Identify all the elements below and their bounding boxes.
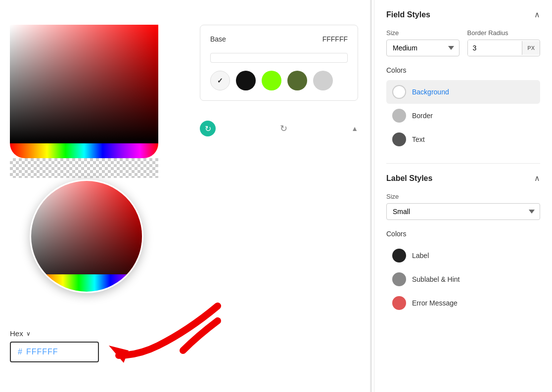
hex-input-box[interactable]: # FFFFFF bbox=[10, 342, 99, 362]
border-radius-label: Border Radius bbox=[467, 29, 541, 37]
field-size-select[interactable]: Medium Small Large bbox=[386, 40, 460, 56]
sublabel-color-swatch bbox=[392, 272, 406, 286]
label-color-swatch bbox=[392, 249, 406, 262]
section-divider bbox=[386, 163, 540, 164]
color-row-label[interactable]: Label bbox=[386, 244, 540, 267]
swatch-preview-bar bbox=[210, 53, 348, 63]
text-color-swatch bbox=[392, 132, 406, 146]
field-size-group: Size Medium Small Large bbox=[386, 29, 460, 56]
swatch-card-header: Base FFFFFF bbox=[210, 35, 348, 43]
label-size-row: Size Small Medium Large bbox=[386, 193, 540, 220]
field-styles-title: Field Styles bbox=[386, 10, 430, 19]
swatch-panel: Base FFFFFF ✓ ↻ ▲ bbox=[190, 0, 368, 392]
border-color-swatch bbox=[392, 109, 406, 123]
label-colors-section: Colors Label Sublabel & Hint Error Messa… bbox=[386, 230, 540, 315]
styles-panel: Field Styles ∧ Size Medium Small Large B… bbox=[374, 0, 552, 392]
field-size-label: Size bbox=[386, 29, 460, 37]
error-color-label: Error Message bbox=[412, 299, 458, 307]
background-color-label: Background bbox=[412, 88, 449, 96]
field-colors-label: Colors bbox=[386, 66, 540, 74]
sublabel-color-label: Sublabel & Hint bbox=[412, 275, 460, 283]
border-radius-unit: PX bbox=[522, 41, 540, 55]
checkmark-icon: ✓ bbox=[217, 77, 223, 85]
swatch-lime[interactable] bbox=[262, 71, 281, 90]
refresh-icon[interactable]: ↻ bbox=[280, 123, 287, 134]
field-colors-section: Colors Background Border Text bbox=[386, 66, 540, 151]
alpha-slider[interactable] bbox=[10, 158, 158, 178]
color-loupe bbox=[30, 179, 143, 293]
field-size-row: Size Medium Small Large Border Radius PX bbox=[386, 29, 540, 56]
color-row-text[interactable]: Text bbox=[386, 128, 540, 151]
error-color-swatch bbox=[392, 296, 406, 310]
color-gradient-canvas[interactable] bbox=[10, 25, 158, 143]
color-row-background[interactable]: Background bbox=[386, 80, 540, 104]
label-styles-collapse-icon[interactable]: ∧ bbox=[534, 174, 540, 183]
border-radius-group: Border Radius PX bbox=[467, 29, 541, 56]
swatch-card: Base FFFFFF ✓ bbox=[200, 25, 358, 101]
label-size-select[interactable]: Small Medium Large bbox=[386, 203, 540, 220]
label-styles-header: Label Styles ∧ bbox=[386, 174, 540, 183]
color-picker-panel: Hex ∨ # FFFFFF bbox=[0, 0, 190, 392]
hex-format-chevron-icon[interactable]: ∨ bbox=[26, 330, 31, 337]
text-color-label: Text bbox=[412, 135, 425, 143]
swatch-light-gray[interactable] bbox=[313, 71, 333, 90]
border-radius-input-group: PX bbox=[467, 40, 541, 56]
hue-slider[interactable] bbox=[10, 143, 158, 158]
background-color-swatch bbox=[392, 85, 406, 99]
color-row-error[interactable]: Error Message bbox=[386, 291, 540, 315]
label-styles-title: Label Styles bbox=[386, 174, 432, 183]
swatch-hex-display: FFFFFF bbox=[322, 35, 348, 43]
hex-format-label: Hex bbox=[10, 329, 23, 338]
label-color-label: Label bbox=[412, 252, 429, 260]
swatch-olive[interactable] bbox=[287, 71, 307, 90]
field-styles-header: Field Styles ∧ bbox=[386, 10, 540, 19]
hex-input-area: Hex ∨ # FFFFFF bbox=[10, 329, 99, 362]
swatch-color-list: ✓ bbox=[210, 71, 348, 90]
field-styles-collapse-icon[interactable]: ∧ bbox=[534, 10, 540, 19]
swatch-black[interactable] bbox=[236, 71, 256, 90]
hex-hash-symbol: # bbox=[18, 348, 22, 356]
teal-refresh-button[interactable] bbox=[200, 121, 216, 136]
swatch-white[interactable]: ✓ bbox=[210, 71, 230, 90]
color-row-border[interactable]: Border bbox=[386, 104, 540, 128]
svg-marker-0 bbox=[109, 346, 129, 363]
border-color-label: Border bbox=[412, 112, 433, 120]
picker-icon-row: ↻ ▲ bbox=[190, 116, 368, 141]
up-arrow-icon[interactable]: ▲ bbox=[351, 125, 358, 132]
label-size-label: Size bbox=[386, 193, 540, 200]
border-radius-input[interactable] bbox=[468, 40, 522, 56]
color-row-sublabel[interactable]: Sublabel & Hint bbox=[386, 267, 540, 291]
swatch-base-label: Base bbox=[210, 35, 226, 43]
label-colors-label: Colors bbox=[386, 230, 540, 238]
panel-divider bbox=[370, 0, 372, 392]
hex-color-value[interactable]: FFFFFF bbox=[26, 348, 58, 356]
label-size-group: Size Small Medium Large bbox=[386, 193, 540, 220]
